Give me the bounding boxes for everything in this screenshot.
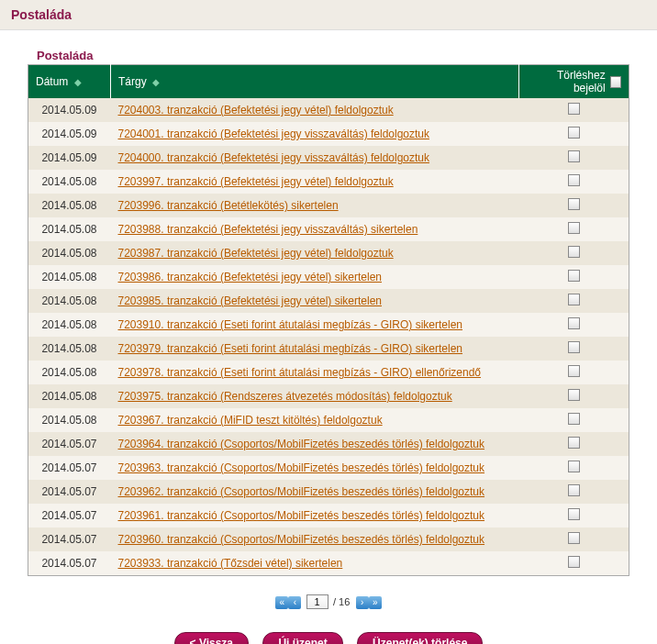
subject-link[interactable]: 7203933. tranzakció (Tőzsdei vétel) sike… (118, 557, 343, 570)
row-delete-checkbox[interactable] (568, 294, 580, 305)
pager-total: / 16 (333, 596, 350, 607)
date-cell: 2014.05.07 (28, 551, 111, 576)
row-delete-checkbox[interactable] (568, 222, 580, 234)
row-delete-checkbox[interactable] (568, 437, 580, 449)
subject-cell: 7203964. tranzakció (Csoportos/MobilFize… (111, 432, 519, 456)
row-delete-checkbox[interactable] (568, 484, 580, 496)
subject-cell: 7203986. tranzakció (Befektetési jegy vé… (111, 265, 519, 289)
row-delete-checkbox[interactable] (568, 341, 580, 353)
subject-link[interactable]: 7203985. tranzakció (Befektetési jegy vé… (118, 294, 383, 307)
col-subject-header[interactable]: Tárgy ◆ (111, 65, 519, 99)
row-delete-checkbox[interactable] (568, 150, 580, 162)
subject-cell: 7204001. tranzakció (Befektetési jegy vi… (111, 122, 519, 146)
page-header: Postaláda (0, 0, 657, 30)
pager-first-button[interactable]: « (275, 596, 288, 609)
subject-cell: 7203987. tranzakció (Befektetési jegy vé… (111, 241, 519, 265)
check-cell (519, 146, 629, 170)
check-cell (519, 384, 629, 408)
subject-link[interactable]: 7203960. tranzakció (Csoportos/MobilFize… (118, 533, 485, 546)
check-cell (519, 432, 629, 456)
date-cell: 2014.05.08 (28, 337, 111, 361)
date-cell: 2014.05.08 (28, 289, 111, 313)
mailbox-table: Dátum ◆ Tárgy ◆ Törléshez bejelöl 2014.0… (28, 64, 629, 576)
check-cell (519, 194, 629, 217)
col-date-label: Dátum (36, 75, 68, 88)
subject-link[interactable]: 7203987. tranzakció (Befektetési jegy vé… (118, 247, 394, 260)
sort-icon: ◆ (74, 77, 82, 87)
subject-link[interactable]: 7203963. tranzakció (Csoportos/MobilFize… (118, 461, 485, 474)
pager-next-button[interactable]: › (356, 596, 369, 609)
check-cell (519, 504, 629, 527)
date-cell: 2014.05.08 (28, 170, 111, 194)
sort-icon: ◆ (152, 77, 160, 87)
row-delete-checkbox[interactable] (568, 461, 580, 472)
subject-cell: 7203978. tranzakció (Eseti forint átutal… (111, 361, 519, 384)
subject-link[interactable]: 7203967. tranzakció (MiFID teszt kitölté… (118, 414, 383, 427)
subject-link[interactable]: 7203996. tranzakció (Betétlekötés) siker… (118, 199, 339, 212)
subject-link[interactable]: 7203962. tranzakció (Csoportos/MobilFize… (118, 485, 485, 498)
check-cell (519, 527, 629, 551)
row-delete-checkbox[interactable] (568, 532, 580, 544)
table-row: 2014.05.077203960. tranzakció (Csoportos… (28, 527, 629, 551)
subject-link[interactable]: 7203961. tranzakció (Csoportos/MobilFize… (118, 509, 485, 522)
subject-link[interactable]: 7204001. tranzakció (Befektetési jegy vi… (118, 128, 430, 140)
check-cell (519, 551, 629, 576)
date-cell: 2014.05.07 (28, 432, 111, 456)
row-delete-checkbox[interactable] (568, 103, 580, 115)
subject-link[interactable]: 7203975. tranzakció (Rendszeres átvezeté… (118, 390, 452, 403)
action-bar: < Vissza Új üzenet Üzenet(ek) törlése (28, 632, 629, 644)
row-delete-checkbox[interactable] (568, 556, 580, 568)
col-subject-label: Tárgy (118, 75, 147, 88)
subject-link[interactable]: 7203964. tranzakció (Csoportos/MobilFize… (118, 438, 485, 450)
table-row: 2014.05.097204001. tranzakció (Befekteté… (28, 122, 629, 146)
select-all-checkbox[interactable] (610, 76, 621, 88)
new-message-button[interactable]: Új üzenet (262, 632, 342, 644)
col-delete-header: Törléshez bejelöl (519, 65, 629, 99)
row-delete-checkbox[interactable] (568, 365, 580, 377)
table-row: 2014.05.077203964. tranzakció (Csoportos… (28, 432, 629, 456)
row-delete-checkbox[interactable] (568, 389, 580, 401)
row-delete-checkbox[interactable] (568, 198, 580, 210)
table-row: 2014.05.087203996. tranzakció (Betétlekö… (28, 194, 629, 217)
table-row: 2014.05.087203985. tranzakció (Befekteté… (28, 289, 629, 313)
row-delete-checkbox[interactable] (568, 317, 580, 329)
pager-page-input[interactable] (306, 594, 328, 609)
table-row: 2014.05.087203997. tranzakció (Befekteté… (28, 170, 629, 194)
row-delete-checkbox[interactable] (568, 246, 580, 258)
subject-link[interactable]: 7203978. tranzakció (Eseti forint átutal… (118, 366, 482, 379)
subject-cell: 7204003. tranzakció (Befektetési jegy vé… (111, 98, 519, 122)
table-row: 2014.05.097204003. tranzakció (Befekteté… (28, 98, 629, 122)
check-cell (519, 408, 629, 432)
pager-last-button[interactable]: » (369, 596, 382, 609)
pager-prev-button[interactable]: ‹ (288, 596, 301, 609)
row-delete-checkbox[interactable] (568, 508, 580, 520)
subject-link[interactable]: 7204000. tranzakció (Befektetési jegy vi… (118, 151, 430, 164)
subject-cell: 7203985. tranzakció (Befektetési jegy vé… (111, 289, 519, 313)
subject-link[interactable]: 7203986. tranzakció (Befektetési jegy vé… (118, 271, 383, 283)
subject-link[interactable]: 7203988. tranzakció (Befektetési jegy vi… (118, 223, 418, 236)
date-cell: 2014.05.08 (28, 194, 111, 217)
check-cell (519, 170, 629, 194)
check-cell (519, 480, 629, 504)
subject-link[interactable]: 7203997. tranzakció (Befektetési jegy vé… (118, 175, 394, 188)
table-row: 2014.05.087203979. tranzakció (Eseti for… (28, 337, 629, 361)
subject-link[interactable]: 7203910. tranzakció (Eseti forint átutal… (118, 318, 463, 331)
row-delete-checkbox[interactable] (568, 127, 580, 139)
row-delete-checkbox[interactable] (568, 270, 580, 282)
date-cell: 2014.05.07 (28, 527, 111, 551)
date-cell: 2014.05.08 (28, 408, 111, 432)
row-delete-checkbox[interactable] (568, 174, 580, 186)
back-button[interactable]: < Vissza (174, 632, 249, 644)
subject-cell: 7203962. tranzakció (Csoportos/MobilFize… (111, 480, 519, 504)
subject-cell: 7204000. tranzakció (Befektetési jegy vi… (111, 146, 519, 170)
col-delete-label: Törléshez bejelöl (527, 69, 606, 94)
date-cell: 2014.05.07 (28, 456, 111, 480)
table-row: 2014.05.077203962. tranzakció (Csoportos… (28, 480, 629, 504)
subject-link[interactable]: 7203979. tranzakció (Eseti forint átutal… (118, 342, 463, 355)
col-date-header[interactable]: Dátum ◆ (28, 65, 111, 99)
delete-messages-button[interactable]: Üzenet(ek) törlése (357, 632, 483, 644)
row-delete-checkbox[interactable] (568, 413, 580, 425)
subject-link[interactable]: 7204003. tranzakció (Befektetési jegy vé… (118, 104, 394, 117)
subject-cell: 7203960. tranzakció (Csoportos/MobilFize… (111, 527, 519, 551)
date-cell: 2014.05.09 (28, 122, 111, 146)
